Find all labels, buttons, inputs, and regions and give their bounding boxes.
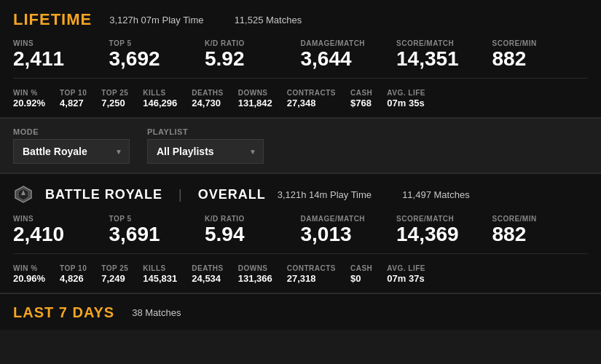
lifetime-section: LIFETIME 3,127h 07m Play Time 11,525 Mat… (0, 0, 601, 119)
stat-value-sm: 27,318 (287, 273, 336, 284)
stat-label-sm: Deaths (192, 264, 223, 272)
stat-block-secondary: Win % 20.92% (13, 89, 45, 108)
stat-block-secondary: Contracts 27,318 (287, 264, 336, 284)
last7-section: LAST 7 DAYS 38 Matches (0, 294, 601, 330)
stat-label: SCORE/MATCH (396, 215, 484, 223)
stat-block-secondary: Cash $768 (350, 89, 372, 108)
stat-label-sm: Top 25 (101, 89, 128, 97)
stat-block-secondary: Cash $0 (350, 264, 372, 284)
br-meta: 3,121h 14m Play Time 11,497 Matches (278, 189, 487, 200)
stat-value-sm: 07m 35s (387, 98, 425, 108)
battle-royale-section: BATTLE ROYALE | OVERALL 3,121h 14m Play … (0, 174, 601, 294)
stat-label-sm: Top 25 (101, 264, 128, 272)
battle-royale-title: BATTLE ROYALE (45, 187, 162, 202)
stat-block-secondary: Contracts 27,348 (287, 89, 336, 108)
stat-block-secondary: Deaths 24,730 (192, 89, 223, 108)
stat-value-sm: 24,730 (192, 98, 223, 108)
stat-block-primary: DAMAGE/MATCH 3,644 (301, 39, 397, 69)
last7-header: LAST 7 DAYS 38 Matches (13, 304, 588, 321)
stat-block-secondary: Top 25 7,249 (101, 264, 128, 284)
stat-label: TOP 5 (109, 39, 197, 47)
stat-block-secondary: Avg. Life 07m 37s (387, 264, 425, 284)
stat-label-sm: Downs (238, 264, 272, 272)
stat-value-sm: 24,534 (192, 273, 223, 284)
stat-value-sm: 4,827 (60, 98, 87, 108)
stat-label: SCORE/MIN (492, 215, 580, 223)
stat-block-primary: DAMAGE/MATCH 3,013 (301, 215, 397, 245)
stat-block-secondary: Downs 131,366 (238, 264, 272, 284)
stat-block-primary: WINS 2,411 (13, 39, 109, 69)
stat-label: SCORE/MIN (492, 39, 580, 47)
stat-label: DAMAGE/MATCH (301, 39, 388, 47)
mode-select-wrapper[interactable]: Battle RoyaleResurgencePlunder (13, 139, 130, 164)
stat-label-sm: Contracts (287, 89, 336, 97)
stat-block-primary: SCORE/MIN 882 (492, 215, 589, 245)
stat-value: 2,410 (13, 224, 101, 245)
stat-value-sm: 20.96% (13, 273, 45, 284)
stat-value-sm: 4,826 (60, 273, 87, 284)
mode-filter-label: Mode (13, 127, 130, 136)
stat-block-secondary: Top 10 4,826 (60, 264, 87, 284)
stat-value-sm: $0 (350, 273, 372, 284)
stat-block-primary: SCORE/MATCH 14,351 (396, 39, 492, 69)
stat-block-secondary: Downs 131,842 (238, 89, 272, 108)
playlist-select[interactable]: All PlaylistsSolosDuosTriosQuads (147, 139, 264, 164)
stat-value-sm: 07m 37s (387, 273, 425, 284)
stat-label-sm: Cash (350, 264, 372, 272)
stat-label-sm: Cash (350, 89, 372, 97)
playlist-select-wrapper[interactable]: All PlaylistsSolosDuosTriosQuads (147, 139, 264, 164)
stat-block-secondary: Deaths 24,534 (192, 264, 223, 284)
stat-block-primary: SCORE/MATCH 14,369 (396, 215, 492, 245)
stat-value-sm: 146,296 (143, 98, 177, 108)
stat-label-sm: Top 10 (60, 264, 87, 272)
stat-value: 882 (492, 49, 580, 69)
stat-value-sm: 7,249 (101, 273, 128, 284)
battle-royale-header: BATTLE ROYALE | OVERALL 3,121h 14m Play … (13, 184, 588, 205)
battle-royale-subtitle: OVERALL (198, 187, 266, 202)
stat-value: 5.94 (205, 224, 292, 245)
stat-block-primary: SCORE/MIN 882 (492, 39, 589, 69)
stat-value-sm: 131,842 (238, 98, 272, 108)
stat-value-sm: 131,366 (238, 273, 272, 284)
filter-section: Mode Battle RoyaleResurgencePlunder Play… (0, 119, 601, 174)
stat-value-sm: $768 (350, 98, 372, 108)
stat-label: DAMAGE/MATCH (301, 215, 388, 223)
stat-label-sm: Kills (143, 89, 177, 97)
stat-value: 14,369 (396, 224, 484, 245)
stat-label-sm: Win % (13, 264, 45, 272)
stat-value: 2,411 (13, 49, 101, 69)
stat-label-sm: Avg. Life (387, 89, 425, 97)
stat-label: TOP 5 (109, 215, 197, 223)
stat-block-secondary: Top 10 4,827 (60, 89, 87, 108)
stat-value: 3,644 (301, 49, 388, 69)
stat-block-secondary: Avg. Life 07m 35s (387, 89, 425, 108)
stat-value: 3,692 (109, 49, 197, 69)
stat-value-sm: 20.92% (13, 98, 45, 108)
br-divider: | (178, 187, 182, 202)
stat-label: WINS (13, 215, 101, 223)
stat-block-secondary: Top 25 7,250 (101, 89, 128, 108)
stat-value-sm: 7,250 (101, 98, 128, 108)
stat-label-sm: Avg. Life (387, 264, 425, 272)
lifetime-playtime: 3,127h 07m Play Time 11,525 Matches (109, 15, 319, 25)
playlist-filter-group: Playlist All PlaylistsSolosDuosTriosQuad… (147, 127, 264, 164)
stat-label: K/D RATIO (205, 215, 292, 223)
playlist-filter-label: Playlist (147, 127, 264, 136)
stat-value: 14,351 (396, 49, 484, 69)
stat-value: 3,691 (109, 224, 197, 245)
last7-title: LAST 7 DAYS (13, 304, 114, 321)
stat-value-sm: 27,348 (287, 98, 336, 108)
stat-block-primary: K/D RATIO 5.94 (205, 215, 301, 245)
stat-block-secondary: Kills 145,831 (143, 264, 177, 284)
stat-label-sm: Win % (13, 89, 45, 97)
stat-label: K/D RATIO (205, 39, 292, 47)
mode-filter-group: Mode Battle RoyaleResurgencePlunder (13, 127, 130, 164)
stat-label-sm: Top 10 (60, 89, 87, 97)
stat-value: 5.92 (205, 49, 292, 69)
last7-matches: 38 Matches (132, 307, 181, 318)
stat-block-primary: K/D RATIO 5.92 (205, 39, 301, 69)
stat-value-sm: 145,831 (143, 273, 177, 284)
mode-select[interactable]: Battle RoyaleResurgencePlunder (13, 139, 130, 164)
stat-label-sm: Kills (143, 264, 177, 272)
lifetime-title: LIFETIME (13, 10, 92, 29)
